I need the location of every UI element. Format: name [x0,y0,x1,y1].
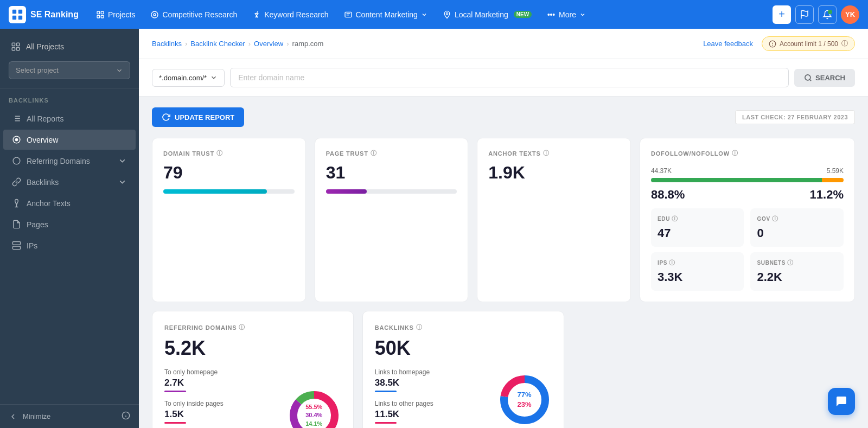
sidebar-all-projects[interactable]: All Projects [9,37,130,56]
backlinks-pie-chart: 77% 23% [497,373,552,427]
edu-info[interactable]: ⓘ [672,215,678,223]
subnets-info[interactable]: ⓘ [787,259,794,267]
breadcrumb-right: Leave feedback Account limit 1 / 500 ⓘ [703,36,855,51]
svg-point-15 [553,14,554,15]
anchor-texts-card: ANCHOR TEXTS ⓘ 1.9K [477,138,631,302]
right-placeholder [573,311,855,428]
nav-competitive-research[interactable]: Competitive Research [144,7,244,22]
referring-domains-label: REFERRING DOMAINS ⓘ [164,323,341,331]
add-button[interactable]: + [773,5,791,24]
breadcrumb-bar: Backlinks › Backlink Checker › Overview … [139,29,868,59]
last-check-label: LAST CHECK: 27 FEBRUARY 2023 [735,110,855,124]
dofollow-count: 44.37K [651,167,672,175]
svg-rect-19 [12,48,15,50]
search-button[interactable]: SEARCH [794,69,855,87]
svg-rect-17 [12,43,15,46]
svg-point-28 [15,138,17,140]
backlinks-label: BACKLINKS ⓘ [375,323,552,331]
breadcrumb-domain: ramp.com [292,40,324,48]
backlinks-value: 50K [375,337,552,360]
notification-button[interactable] [818,5,837,24]
anchor-texts-info[interactable]: ⓘ [543,149,550,157]
nav-keyword-research[interactable]: Keyword Research [246,7,335,22]
svg-rect-7 [101,15,104,18]
svg-rect-2 [12,15,16,19]
sidebar-item-overview[interactable]: Overview [3,130,136,150]
other-links-bar [375,422,397,424]
domain-pattern-select[interactable]: *.domain.com/* [152,69,225,87]
referring-pie-center: 55.5% 30.4% 14.1% [305,403,322,428]
chat-button[interactable] [828,388,855,415]
svg-point-42 [805,74,810,80]
sidebar-item-ips[interactable]: IPs [3,235,136,255]
app-logo[interactable]: SE Ranking [9,6,79,23]
svg-rect-20 [17,48,20,50]
backlinks-chart-data: Links to homepage 38.5K Links to other p… [375,368,487,428]
project-selector[interactable]: Select project [9,61,130,79]
nav-more[interactable]: More [540,7,592,22]
svg-rect-33 [12,246,20,250]
search-bar: *.domain.com/* SEARCH [139,59,868,97]
svg-rect-0 [12,9,16,13]
ips-info[interactable]: ⓘ [669,259,675,267]
update-row: UPDATE REPORT LAST CHECK: 27 FEBRUARY 20… [152,107,855,127]
nofollow-count: 5.59K [827,167,844,175]
to-inside-item: To only inside pages 1.5K [164,400,276,424]
referring-chart-row: To only homepage 2.7K To only inside pag… [164,368,341,428]
nav-content-marketing[interactable]: Content Marketing [337,7,434,22]
sidebar-item-backlinks[interactable]: Backlinks [3,172,136,192]
dofollow-pcts: 88.8% 11.2% [651,188,844,202]
sidebar-item-pages[interactable]: Pages [3,214,136,234]
referring-domains-info[interactable]: ⓘ [239,323,245,331]
domain-trust-info[interactable]: ⓘ [216,149,223,157]
gov-info[interactable]: ⓘ [772,215,778,223]
svg-line-43 [810,79,812,81]
breadcrumb-overview[interactable]: Overview [254,40,283,48]
user-avatar[interactable]: YK [841,5,859,24]
second-row: REFERRING DOMAINS ⓘ 5.2K To only homepag… [152,311,855,428]
sidebar-item-anchor-texts[interactable]: Anchor Texts [3,193,136,213]
sidebar-item-all-reports[interactable]: All Reports [3,108,136,129]
svg-point-9 [154,14,156,16]
dofollow-info[interactable]: ⓘ [732,149,738,157]
breadcrumb-backlinks[interactable]: Backlinks [152,40,182,48]
nav-local-marketing[interactable]: Local Marketing NEW [436,7,538,22]
svg-rect-3 [18,15,22,19]
svg-rect-4 [97,11,100,14]
domain-trust-card: DOMAIN TRUST ⓘ 79 [152,138,306,302]
svg-rect-6 [97,15,100,18]
svg-point-14 [551,14,552,15]
metrics-row: DOMAIN TRUST ⓘ 79 PAGE TRUST ⓘ 31 [152,138,855,302]
anchor-texts-label: ANCHOR TEXTS ⓘ [488,149,620,157]
ips-card: IPS ⓘ 3.3K [651,252,744,291]
update-report-button[interactable]: UPDATE REPORT [152,107,244,127]
subnets-value: 2.2K [757,270,837,284]
edu-card: EDU ⓘ 47 [651,208,744,247]
account-limit-info: ⓘ [841,39,848,48]
sidebar-minimize[interactable]: Minimize [0,404,139,428]
referring-domains-value: 5.2K [164,337,341,360]
svg-point-8 [151,11,158,18]
sidebar-item-referring-domains[interactable]: Referring Domains [3,151,136,171]
to-inside-bar [164,422,186,424]
domain-search-input[interactable] [230,68,789,87]
dofollow-label: DOFOLLOW/NOFOLLOW ⓘ [651,149,738,157]
ips-subnets-row: IPS ⓘ 3.3K SUBNETS ⓘ 2.2K [651,252,844,291]
referring-pie-chart: 55.5% 30.4% 14.1% [287,388,341,428]
backlinks-info[interactable]: ⓘ [416,323,423,331]
nav-projects[interactable]: Projects [90,7,142,22]
homepage-links-bar [375,391,397,392]
flag-button[interactable] [795,5,814,24]
page-trust-card: PAGE TRUST ⓘ 31 [315,138,469,302]
ips-value: 3.3K [658,270,738,284]
svg-rect-18 [17,43,20,46]
dofollow-bar [651,178,844,182]
to-homepage-item: To only homepage 2.7K [164,368,276,392]
domain-trust-value: 79 [163,163,295,183]
dofollow-counts: 44.37K 5.59K [651,167,844,175]
dofollow-bar-green [651,178,822,182]
leave-feedback-link[interactable]: Leave feedback [703,40,753,48]
page-trust-info[interactable]: ⓘ [371,149,377,157]
breadcrumb-backlink-checker[interactable]: Backlink Checker [190,40,245,48]
edu-value: 47 [658,226,738,240]
